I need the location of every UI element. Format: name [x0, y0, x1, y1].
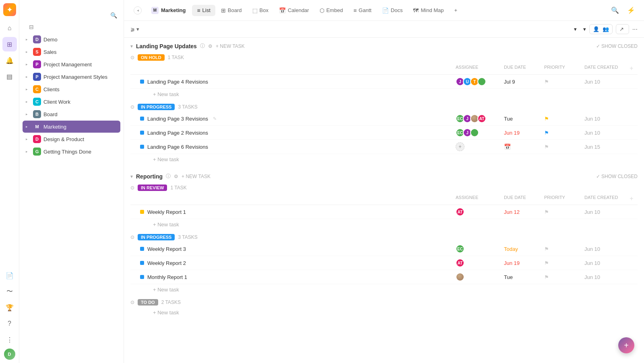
tab-gantt[interactable]: ≡Gantt	[349, 5, 376, 16]
filter-chevron-icon: ▾	[136, 26, 139, 32]
section-new-task-button[interactable]: + NEW TASK	[182, 174, 211, 179]
table-row[interactable]: Landing Page 3 Revisions ✎ ECJAT Tue ⚑ J…	[130, 112, 638, 126]
tab-calendar[interactable]: 📅Calendar	[274, 5, 314, 16]
status-badge[interactable]: IN PROGRESS	[138, 104, 175, 110]
group-collapse-icon[interactable]: ⊙	[130, 104, 134, 110]
fab-button[interactable]: +	[618, 337, 634, 353]
section-settings-icon[interactable]: ⚙	[208, 43, 213, 49]
table-row[interactable]: Weekly Report 1 AT Jun 12 ⚑ Jun 10	[130, 205, 638, 219]
tab-embed[interactable]: ⬡Embed	[315, 5, 348, 16]
section-landing-page-updates: ▾ Landing Page Updates ⓘ ⚙ + NEW TASK ✓ …	[130, 38, 638, 165]
sidebar-item-clients[interactable]: ▸ C Clients	[23, 83, 120, 95]
status-group-header-1: ⊙ IN PROGRESS 3 TASKS	[130, 232, 638, 242]
section-info-icon[interactable]: ⓘ	[200, 43, 205, 49]
collapse-sidebar-button[interactable]: ◂	[134, 6, 142, 14]
help-icon[interactable]: ?	[2, 316, 17, 331]
app-logo[interactable]: ✦	[3, 3, 16, 16]
group-collapse-icon[interactable]: ⊙	[130, 234, 134, 240]
chevron-icon: ▸	[26, 150, 31, 154]
status-badge[interactable]: ON HOLD	[138, 54, 165, 61]
share-button[interactable]: ↗	[616, 24, 629, 34]
col-add[interactable]: +	[625, 194, 638, 203]
status-badge[interactable]: IN REVIEW	[138, 185, 167, 191]
new-task-row[interactable]: + New task	[130, 307, 638, 318]
docs-icon[interactable]: 📄	[2, 268, 17, 283]
section-settings-icon[interactable]: ⚙	[174, 174, 178, 179]
tab-mind-map[interactable]: 🗺Mind Map	[408, 5, 448, 16]
table-row[interactable]: Weekly Report 2 AT Jun 19 ⚑ Jun 10	[130, 256, 638, 270]
lightning-button[interactable]: ⚡	[625, 4, 638, 17]
section-reporting: ▾ Reporting ⓘ ⚙ + NEW TASK ✓ SHOW CLOSED…	[130, 168, 638, 318]
group-by-selector[interactable]: ▾	[571, 26, 577, 32]
assignees-cell	[452, 273, 501, 281]
add-view-button[interactable]: +	[450, 6, 463, 15]
task-name: Weekly Report 1	[147, 209, 186, 215]
status-badge[interactable]: IN PROGRESS	[138, 234, 175, 240]
view-tabs-container: ≡List⊞Board⬚Box📅Calendar⬡Embed≡Gantt📄Doc…	[192, 5, 448, 16]
subtasks-selector[interactable]: ▾	[580, 26, 586, 32]
share-icon: ↗	[619, 26, 624, 32]
task-edit-icon[interactable]: ✎	[213, 116, 217, 121]
date-created-cell: Jun 10	[581, 116, 625, 122]
sidebar-item-project-management-styles[interactable]: ▸ P Project Management Styles	[23, 71, 120, 83]
spaces-icon[interactable]: ⊞	[2, 37, 17, 51]
new-task-row[interactable]: + New task	[130, 89, 638, 100]
sidebar-item-sales[interactable]: ▸ S Sales	[23, 46, 120, 58]
sidebar-item-demo[interactable]: ▸ D Demo	[23, 33, 120, 45]
user-avatar[interactable]: D	[4, 349, 15, 360]
sidebar-item-getting-things-done[interactable]: ▸ G Getting Things Done	[23, 146, 120, 158]
table-row[interactable]: Weekly Report 3 EC Today ⚑ Jun 10	[130, 242, 638, 256]
tab-docs[interactable]: 📄Docs	[377, 5, 408, 16]
show-closed-button[interactable]: ✓ SHOW CLOSED	[596, 174, 638, 179]
add-space-button[interactable]	[23, 158, 120, 163]
group-collapse-icon[interactable]: ⊙	[130, 55, 134, 60]
tab-marketing[interactable]: M Marketing	[147, 4, 190, 16]
spaces-search-icon[interactable]: 🔍	[110, 12, 118, 18]
search-button[interactable]: 🔍	[609, 4, 621, 17]
group-collapse-icon[interactable]: ⊙	[130, 185, 134, 191]
section-chevron-icon[interactable]: ▾	[130, 43, 133, 49]
toolbar: ⫺ ▾ ▾ ▾ 👤 👥 ↗	[124, 21, 644, 38]
new-task-row[interactable]: + New task	[130, 284, 638, 295]
me-button[interactable]: 👤 👥	[589, 24, 613, 34]
sidebar-item-design-product[interactable]: ▸ D Design & Product	[23, 133, 120, 145]
new-task-row[interactable]: + New task	[130, 219, 638, 230]
home-icon[interactable]: ⌂	[2, 21, 17, 35]
group-collapse-icon[interactable]: ⊙	[130, 299, 134, 305]
sidebar-item-marketing[interactable]: ▸ M Marketing	[23, 121, 120, 133]
tab-board[interactable]: ⊞Board	[216, 5, 247, 16]
space-icon-sales: S	[33, 48, 41, 56]
dashboard-icon[interactable]: ▤	[2, 69, 17, 84]
notifications-icon[interactable]: 🔔	[2, 53, 17, 68]
table-row[interactable]: Monthly Report 1 Tue ⚑ Jun 10	[130, 270, 638, 284]
sidebar-item-project-management[interactable]: ▸ P Project Management	[23, 58, 120, 70]
due-date-cell: Today	[501, 246, 541, 252]
status-badge[interactable]: TO DO	[138, 299, 158, 306]
section-info-icon[interactable]: ⓘ	[166, 173, 171, 180]
tab-icon-mind-map: 🗺	[413, 7, 419, 14]
more-options-button[interactable]: ···	[632, 26, 638, 33]
sidebar-item-everything[interactable]: ⊟	[23, 21, 120, 33]
task-name-cell: Landing Page 6 Revisions	[130, 144, 452, 150]
table-row[interactable]: Landing Page 6 Revisions + 📅 ⚑ Jun 15	[130, 140, 638, 154]
col-header-date-created: DATE CREATED	[581, 64, 625, 73]
spaces-header: 🔍	[19, 10, 124, 21]
more-icon[interactable]: ⋮	[2, 332, 17, 347]
sidebar-item-client-work[interactable]: ▸ C Client Work	[23, 96, 120, 108]
sidebar-item-board[interactable]: ▸ B Board	[23, 108, 120, 120]
table-row[interactable]: Landing Page 2 Revisions ECJ Jun 19 ⚑ Ju…	[130, 126, 638, 140]
show-closed-button[interactable]: ✓ SHOW CLOSED	[596, 43, 638, 49]
space-icon-project-management: P	[33, 60, 41, 68]
tab-icon-docs: 📄	[382, 7, 389, 14]
table-row[interactable]: Landing Page 4 Revisions JUT Jul 9 ⚑ Jun…	[130, 75, 638, 89]
filter-button[interactable]: ⫺ ▾	[130, 26, 139, 32]
tab-list[interactable]: ≡List	[192, 5, 215, 16]
pulse-icon[interactable]: 〜	[2, 284, 17, 299]
new-task-row[interactable]: + New task	[130, 154, 638, 165]
section-chevron-icon[interactable]: ▾	[130, 174, 133, 179]
section-new-task-button[interactable]: + NEW TASK	[216, 43, 245, 49]
trophy-icon[interactable]: 🏆	[2, 300, 17, 315]
tab-box[interactable]: ⬚Box	[248, 5, 273, 16]
due-date-cell: Tue	[501, 274, 541, 280]
col-add[interactable]: +	[625, 64, 638, 73]
